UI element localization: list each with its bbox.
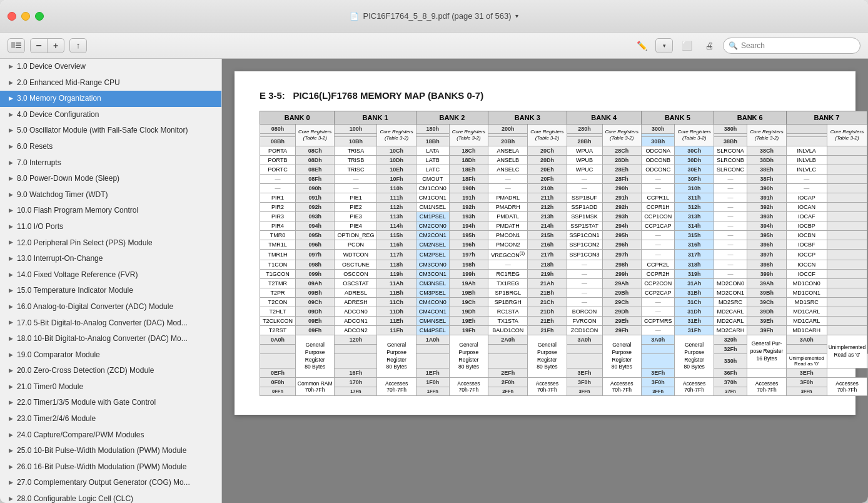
sidebar-item-11[interactable]: ▶ 11.0 I/O Ports <box>0 219 221 235</box>
sidebar-item-label: 5.0 Oscillator Module (with Fail-Safe Cl… <box>17 126 215 136</box>
share-button[interactable]: ↑ <box>69 38 87 53</box>
table-row: T1GCON099h OSCCON119h CM3CON1199h RC1REG… <box>260 270 869 279</box>
main-area: ▶ 1.0 Device Overview ▶ 2.0 Enhanced Mid… <box>0 59 868 503</box>
svg-rect-1 <box>16 43 21 44</box>
sidebar-item-19[interactable]: ▶ 19.0 Comparator Module <box>0 347 221 363</box>
table-row: —090h —110h CM1CON0190h —210h —290h —310… <box>260 184 869 193</box>
pdf-icon: 📄 <box>350 12 359 21</box>
svg-rect-3 <box>16 47 21 48</box>
app-window: 📄 PIC16F1764_5_8_9.pdf (page 31 of 563) … <box>0 0 868 503</box>
sidebar-item-5[interactable]: ▶ 5.0 Oscillator Module (with Fail-Safe … <box>0 123 221 139</box>
sidebar-item-7[interactable]: ▶ 7.0 Interrupts <box>0 155 221 171</box>
sidebar-item-label: 12.0 Peripheral Pin Select (PPS) Module <box>17 238 215 248</box>
table-row: PORTC08Eh TRISC10Eh LATC18Eh ANSELC20Eh … <box>260 165 869 175</box>
sidebar-item-14[interactable]: ▶ 14.0 Fixed Voltage Reference (FVR) <box>0 267 221 283</box>
arrow-icon: ▶ <box>9 479 13 487</box>
table-row: PIR4094h PIE4114h CM2CON0194h PMDATH214h… <box>260 221 869 231</box>
sidebar-item-label: 4.0 Device Configuration <box>17 110 215 120</box>
sidebar-item-label: 2.0 Enhanced Mid-Range CPU <box>17 78 215 88</box>
annotate-dropdown[interactable]: ▾ <box>655 38 673 53</box>
sidebar: ▶ 1.0 Device Overview ▶ 2.0 Enhanced Mid… <box>0 59 222 503</box>
sidebar-item-label: 28.0 Configurable Logic Cell (CLC) <box>17 494 215 503</box>
sidebar-item-label: 24.0 Capture/Compare/PWM Modules <box>17 430 215 440</box>
arrow-icon: ▶ <box>9 223 13 231</box>
arrow-icon: ▶ <box>9 239 13 246</box>
sidebar-item-20[interactable]: ▶ 20.0 Zero-Cross Detection (ZCD) Module <box>0 363 221 379</box>
zoom-in-button[interactable]: + <box>47 38 64 53</box>
sidebar-item-26[interactable]: ▶ 26.0 16-Bit Pulse-Width Modulation (PW… <box>0 459 221 475</box>
sidebar-item-6[interactable]: ▶ 6.0 Resets <box>0 139 221 155</box>
search-input[interactable] <box>741 41 847 50</box>
sidebar-item-25[interactable]: ▶ 25.0 10-Bit Pulse-Width Modulation (PW… <box>0 443 221 459</box>
bank5-header: BANK 5 <box>641 111 714 124</box>
toolbar: − + ↑ ✏️ ▾ ⬜ 🖨 🔍 <box>0 33 868 59</box>
sidebar-item-28[interactable]: ▶ 28.0 Configurable Logic Cell (CLC) <box>0 491 221 503</box>
table-row: PORTA08Ch TRISA10Ch LATA18Ch ANSELA20Ch … <box>260 146 869 156</box>
arrow-icon: ▶ <box>9 272 13 279</box>
sidebar-item-18[interactable]: ▶ 18.0 10-Bit Digital-to-Analog Converte… <box>0 331 221 347</box>
search-icon: 🔍 <box>729 41 738 50</box>
arrow-icon: ▶ <box>9 335 13 343</box>
table-row: PIR1091h PIE1111h CM1CON1191h PMADRL211h… <box>260 193 869 203</box>
arrow-icon: ▶ <box>9 95 13 103</box>
sidebar-item-1[interactable]: ▶ 1.0 Device Overview <box>0 59 221 75</box>
sidebar-item-9[interactable]: ▶ 9.0 Watchdog Timer (WDT) <box>0 187 221 203</box>
sidebar-item-label: 10.0 Flash Program Memory Control <box>17 206 215 216</box>
print-button[interactable]: 🖨 <box>700 38 718 53</box>
table-row: 080hCore Registers(Table 3-2) 100hCore R… <box>260 124 869 134</box>
sidebar-item-label: 26.0 16-Bit Pulse-Width Modulation (PWM)… <box>17 462 215 472</box>
table-row: PORTB08Dh TRISB10Dh LATB18Dh ANSELB20Dh … <box>260 156 869 165</box>
sidebar-item-label: 17.0 5-Bit Digital-to-Analog Converter (… <box>17 318 215 328</box>
share-sheet-button[interactable]: ⬜ <box>678 38 695 53</box>
zoom-controls: − + <box>30 38 64 53</box>
sidebar-item-label: 27.0 Complementary Output Generator (COG… <box>17 478 215 488</box>
arrow-icon: ▶ <box>9 175 13 183</box>
arrow-icon: ▶ <box>9 143 13 151</box>
table-row: T2CLKCON09Eh ADCON111Eh CM4NSEL19Eh TX1S… <box>260 317 869 326</box>
sidebar-item-label: 14.0 Fixed Voltage Reference (FVR) <box>17 270 215 280</box>
pdf-viewer[interactable]: E 3-5: PIC16(L)F1768 MEMORY MAP (BANKS 0… <box>222 59 868 503</box>
annotate-button[interactable]: ✏️ <box>633 38 650 53</box>
sidebar-item-21[interactable]: ▶ 21.0 Timer0 Module <box>0 379 221 395</box>
titlebar: 📄 PIC16F1764_5_8_9.pdf (page 31 of 563) … <box>0 0 868 33</box>
maximize-button[interactable] <box>35 12 44 21</box>
sidebar-item-3[interactable]: ▶ 3.0 Memory Organization <box>0 91 221 107</box>
arrow-icon: ▶ <box>9 367 13 375</box>
sidebar-item-27[interactable]: ▶ 27.0 Complementary Output Generator (C… <box>0 475 221 491</box>
bank7-header: BANK 7 <box>786 111 867 124</box>
sidebar-item-8[interactable]: ▶ 8.0 Power-Down Mode (Sleep) <box>0 171 221 187</box>
sidebar-item-17[interactable]: ▶ 17.0 5-Bit Digital-to-Analog Converter… <box>0 315 221 332</box>
arrow-icon: ▶ <box>9 160 13 167</box>
close-button[interactable] <box>8 12 16 21</box>
arrow-icon: ▶ <box>9 255 13 263</box>
sidebar-item-24[interactable]: ▶ 24.0 Capture/Compare/PWM Modules <box>0 427 221 444</box>
sidebar-item-13[interactable]: ▶ 13.0 Interrupt-On-Change <box>0 251 221 267</box>
table-row: T1CON098h OSCTUNE118h CM3CON0198h —218h … <box>260 260 869 270</box>
search-box[interactable]: 🔍 <box>723 38 860 54</box>
arrow-icon: ▶ <box>9 111 13 119</box>
sidebar-item-16[interactable]: ▶ 16.0 Analog-to-Digital Converter (ADC)… <box>0 299 221 315</box>
sidebar-item-4[interactable]: ▶ 4.0 Device Configuration <box>0 107 221 123</box>
sidebar-toggle-button[interactable] <box>8 38 25 53</box>
sidebar-item-10[interactable]: ▶ 10.0 Flash Program Memory Control <box>0 203 221 219</box>
sidebar-item-2[interactable]: ▶ 2.0 Enhanced Mid-Range CPU <box>0 75 221 91</box>
minimize-button[interactable] <box>21 12 30 21</box>
arrow-icon: ▶ <box>9 287 13 295</box>
sidebar-item-label: 16.0 Analog-to-Digital Converter (ADC) M… <box>17 302 215 312</box>
arrow-icon: ▶ <box>9 432 13 439</box>
arrow-icon: ▶ <box>9 495 13 503</box>
sidebar-item-15[interactable]: ▶ 15.0 Temperature Indicator Module <box>0 283 221 299</box>
sidebar-item-label: 6.0 Resets <box>17 142 215 152</box>
table-row: 0F0h Common RAM70h-7Fh 170h Accesses70h-… <box>260 378 869 387</box>
zoom-out-button[interactable]: − <box>30 38 48 53</box>
sidebar-item-23[interactable]: ▶ 23.0 Timer2/4/6 Module <box>0 411 221 427</box>
traffic-lights <box>8 12 44 21</box>
arrow-icon: ▶ <box>9 319 13 327</box>
sidebar-item-label: 7.0 Interrupts <box>17 158 215 168</box>
table-row: TMR0095h OPTION_REG115h CM2CON1195h PMCO… <box>260 231 869 240</box>
sidebar-item-label: 18.0 10-Bit Digital-to-Analog Converter … <box>17 334 215 344</box>
sidebar-item-label: 20.0 Zero-Cross Detection (ZCD) Module <box>17 366 215 376</box>
sidebar-item-12[interactable]: ▶ 12.0 Peripheral Pin Select (PPS) Modul… <box>0 235 221 252</box>
arrow-icon: ▶ <box>9 447 13 455</box>
sidebar-item-22[interactable]: ▶ 22.0 Timer1/3/5 Module with Gate Contr… <box>0 395 221 411</box>
